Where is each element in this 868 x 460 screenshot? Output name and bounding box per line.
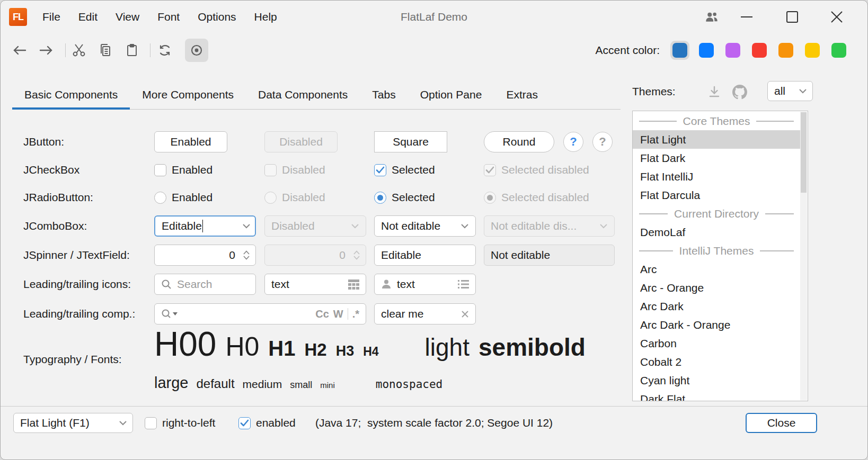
- themes-filter-combobox[interactable]: all: [767, 81, 813, 101]
- checkbox-icon: [154, 164, 166, 176]
- tab-extras[interactable]: Extras: [494, 80, 550, 109]
- github-button[interactable]: [731, 83, 749, 101]
- accent-swatch-yellow[interactable]: [805, 43, 820, 58]
- tab-data-components[interactable]: Data Components: [246, 80, 360, 109]
- copy-button[interactable]: [94, 39, 117, 62]
- spinner-up-icon[interactable]: [243, 250, 250, 255]
- eye-icon: [190, 43, 203, 57]
- theme-item-carbon[interactable]: Carbon: [633, 334, 800, 353]
- paste-button[interactable]: [120, 39, 144, 62]
- search-icon: [161, 279, 172, 290]
- themes-scrollbar[interactable]: [800, 112, 807, 400]
- theme-item-cyan-light[interactable]: Cyan light: [633, 371, 800, 390]
- show-hidden-toggle-button[interactable]: [185, 39, 208, 62]
- editable-combobox[interactable]: Editable: [154, 215, 256, 237]
- theme-item-demolaf[interactable]: DemoLaf: [633, 223, 800, 241]
- spinner[interactable]: 0: [154, 245, 256, 266]
- theme-item-arc-orange[interactable]: Arc - Orange: [633, 278, 800, 297]
- menu-font[interactable]: Font: [148, 1, 189, 33]
- theme-item-flat-light[interactable]: Flat Light: [633, 130, 800, 149]
- accent-swatch-red[interactable]: [752, 43, 767, 58]
- enabled-checkbox[interactable]: enabled: [238, 413, 296, 433]
- accent-swatch-blue[interactable]: [699, 43, 714, 58]
- search-with-menu-icon[interactable]: [161, 309, 178, 319]
- disabled-spinner: 0: [264, 245, 366, 266]
- chevron-down-icon[interactable]: [242, 223, 251, 229]
- theme-item-arc-dark-orange[interactable]: Arc Dark - Orange: [633, 315, 800, 334]
- toolbar: Accent color:: [1, 37, 867, 64]
- search-field-with-options[interactable]: Cc W .*: [154, 303, 366, 324]
- checkbox-selected[interactable]: Selected: [374, 160, 435, 179]
- theme-item-flat-dark[interactable]: Flat Dark: [633, 149, 800, 167]
- menu-options[interactable]: Options: [189, 1, 245, 33]
- clearable-textfield[interactable]: clear me: [374, 303, 476, 324]
- h3-sample: H3: [336, 343, 355, 359]
- themes-header: Themes: all: [632, 80, 857, 105]
- menu-file[interactable]: File: [33, 1, 69, 33]
- maximize-icon: [785, 10, 799, 24]
- theme-item-cobalt-2[interactable]: Cobalt 2: [633, 353, 800, 371]
- leading-trailing-comp-label: Leading/trailing comp.:: [23, 308, 135, 320]
- paste-icon: [125, 43, 139, 57]
- checkbox-icon: [264, 164, 277, 176]
- editable-textfield[interactable]: Editable: [374, 245, 476, 266]
- checkbox-enabled[interactable]: Enabled: [154, 160, 212, 179]
- chevron-down-icon: [351, 223, 359, 229]
- spinner-buttons: [353, 250, 360, 260]
- accent-swatch-default[interactable]: [672, 43, 687, 58]
- theme-item-arc-dark[interactable]: Arc Dark: [633, 297, 800, 315]
- textfield-leading-user[interactable]: text: [374, 274, 476, 295]
- user-icon: [381, 279, 392, 290]
- minimize-button[interactable]: [733, 1, 760, 33]
- radio-selected[interactable]: Selected: [374, 188, 435, 207]
- close-button[interactable]: Close: [746, 413, 817, 433]
- regex-button[interactable]: .*: [352, 308, 359, 320]
- theme-item-arc[interactable]: Arc: [633, 260, 800, 278]
- spinner-down-icon[interactable]: [243, 256, 250, 260]
- back-button[interactable]: [8, 39, 31, 62]
- spinner-buttons[interactable]: [243, 250, 250, 260]
- users-button[interactable]: [698, 1, 725, 33]
- typography-sizes: large default medium small mini monospac…: [154, 374, 442, 392]
- round-button[interactable]: Round: [484, 131, 554, 152]
- theme-item-flat-intellij[interactable]: Flat IntelliJ: [633, 167, 800, 186]
- accent-color-label: Accent color:: [596, 37, 660, 64]
- tab-tabs[interactable]: Tabs: [360, 80, 408, 109]
- textfield-trailing-table[interactable]: text: [264, 274, 366, 295]
- theme-item-dark-flat[interactable]: Dark Flat: [633, 390, 800, 401]
- whole-word-button[interactable]: W: [333, 308, 343, 320]
- search-field[interactable]: Search: [154, 274, 256, 295]
- cut-icon: [72, 43, 86, 57]
- forward-button[interactable]: [34, 39, 58, 62]
- help-button[interactable]: ?: [563, 132, 583, 152]
- menu-help[interactable]: Help: [245, 1, 286, 33]
- tab-basic-components[interactable]: Basic Components: [12, 80, 130, 109]
- menu-view[interactable]: View: [107, 1, 148, 33]
- clear-icon[interactable]: [461, 310, 469, 318]
- enabled-button[interactable]: Enabled: [154, 131, 227, 152]
- default-sample: default: [197, 376, 235, 391]
- right-to-left-checkbox[interactable]: right-to-left: [145, 413, 215, 433]
- maximize-button[interactable]: [778, 1, 806, 33]
- radio-selected-icon: [374, 192, 386, 204]
- laf-combobox[interactable]: Flat Light (F1): [13, 413, 133, 433]
- help-button-secondary[interactable]: ?: [592, 132, 613, 152]
- themes-scrollbar-thumb[interactable]: [801, 112, 807, 193]
- accent-swatch-green[interactable]: [831, 43, 846, 58]
- square-button[interactable]: Square: [374, 131, 447, 152]
- download-themes-button[interactable]: [705, 83, 723, 101]
- not-editable-combobox[interactable]: Not editable: [374, 215, 476, 237]
- cut-button[interactable]: [67, 39, 91, 62]
- refresh-button[interactable]: [153, 39, 176, 62]
- radio-enabled[interactable]: Enabled: [154, 188, 212, 207]
- tab-more-components[interactable]: More Components: [130, 80, 246, 109]
- accent-swatch-purple[interactable]: [725, 43, 740, 58]
- tab-option-pane[interactable]: Option Pane: [408, 80, 494, 109]
- match-case-button[interactable]: Cc: [315, 308, 329, 320]
- theme-item-flat-darcula[interactable]: Flat Darcula: [633, 186, 800, 204]
- table-icon: [348, 279, 359, 290]
- menu-edit[interactable]: Edit: [69, 1, 107, 33]
- accent-swatch-orange[interactable]: [778, 43, 793, 58]
- typography-headings: H00 H0 H1 H2 H3 H4 light semibold: [154, 324, 586, 364]
- close-window-button[interactable]: [823, 1, 851, 33]
